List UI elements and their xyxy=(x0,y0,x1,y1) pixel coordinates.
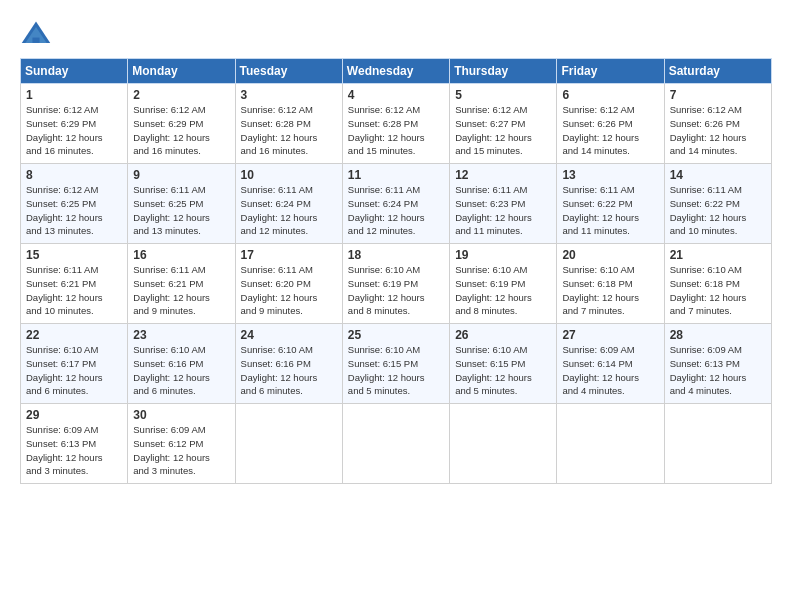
day-number: 13 xyxy=(562,168,658,182)
empty-cell xyxy=(235,404,342,484)
day-info: Sunrise: 6:10 AM Sunset: 6:18 PM Dayligh… xyxy=(670,263,766,318)
day-info: Sunrise: 6:11 AM Sunset: 6:21 PM Dayligh… xyxy=(133,263,229,318)
day-info: Sunrise: 6:12 AM Sunset: 6:26 PM Dayligh… xyxy=(670,103,766,158)
day-info: Sunrise: 6:09 AM Sunset: 6:13 PM Dayligh… xyxy=(670,343,766,398)
header xyxy=(20,18,772,50)
day-cell-22: 22Sunrise: 6:10 AM Sunset: 6:17 PM Dayli… xyxy=(21,324,128,404)
weekday-header-thursday: Thursday xyxy=(450,59,557,84)
day-number: 14 xyxy=(670,168,766,182)
day-number: 27 xyxy=(562,328,658,342)
day-cell-23: 23Sunrise: 6:10 AM Sunset: 6:16 PM Dayli… xyxy=(128,324,235,404)
day-number: 5 xyxy=(455,88,551,102)
day-info: Sunrise: 6:10 AM Sunset: 6:17 PM Dayligh… xyxy=(26,343,122,398)
day-number: 29 xyxy=(26,408,122,422)
day-number: 17 xyxy=(241,248,337,262)
day-info: Sunrise: 6:10 AM Sunset: 6:16 PM Dayligh… xyxy=(133,343,229,398)
logo-icon xyxy=(20,18,52,50)
day-info: Sunrise: 6:11 AM Sunset: 6:25 PM Dayligh… xyxy=(133,183,229,238)
weekday-header-saturday: Saturday xyxy=(664,59,771,84)
day-info: Sunrise: 6:09 AM Sunset: 6:12 PM Dayligh… xyxy=(133,423,229,478)
day-info: Sunrise: 6:10 AM Sunset: 6:15 PM Dayligh… xyxy=(348,343,444,398)
day-cell-14: 14Sunrise: 6:11 AM Sunset: 6:22 PM Dayli… xyxy=(664,164,771,244)
day-cell-20: 20Sunrise: 6:10 AM Sunset: 6:18 PM Dayli… xyxy=(557,244,664,324)
day-info: Sunrise: 6:11 AM Sunset: 6:24 PM Dayligh… xyxy=(241,183,337,238)
day-cell-10: 10Sunrise: 6:11 AM Sunset: 6:24 PM Dayli… xyxy=(235,164,342,244)
day-number: 15 xyxy=(26,248,122,262)
day-cell-16: 16Sunrise: 6:11 AM Sunset: 6:21 PM Dayli… xyxy=(128,244,235,324)
week-row-3: 15Sunrise: 6:11 AM Sunset: 6:21 PM Dayli… xyxy=(21,244,772,324)
day-number: 30 xyxy=(133,408,229,422)
day-number: 28 xyxy=(670,328,766,342)
empty-cell xyxy=(450,404,557,484)
week-row-2: 8Sunrise: 6:12 AM Sunset: 6:25 PM Daylig… xyxy=(21,164,772,244)
weekday-header-monday: Monday xyxy=(128,59,235,84)
day-cell-21: 21Sunrise: 6:10 AM Sunset: 6:18 PM Dayli… xyxy=(664,244,771,324)
day-info: Sunrise: 6:09 AM Sunset: 6:13 PM Dayligh… xyxy=(26,423,122,478)
logo xyxy=(20,18,56,50)
weekday-header-row: SundayMondayTuesdayWednesdayThursdayFrid… xyxy=(21,59,772,84)
day-number: 9 xyxy=(133,168,229,182)
day-cell-11: 11Sunrise: 6:11 AM Sunset: 6:24 PM Dayli… xyxy=(342,164,449,244)
day-cell-30: 30Sunrise: 6:09 AM Sunset: 6:12 PM Dayli… xyxy=(128,404,235,484)
day-info: Sunrise: 6:10 AM Sunset: 6:18 PM Dayligh… xyxy=(562,263,658,318)
day-number: 8 xyxy=(26,168,122,182)
day-number: 2 xyxy=(133,88,229,102)
day-cell-25: 25Sunrise: 6:10 AM Sunset: 6:15 PM Dayli… xyxy=(342,324,449,404)
day-info: Sunrise: 6:12 AM Sunset: 6:28 PM Dayligh… xyxy=(348,103,444,158)
day-cell-2: 2Sunrise: 6:12 AM Sunset: 6:29 PM Daylig… xyxy=(128,84,235,164)
day-info: Sunrise: 6:11 AM Sunset: 6:21 PM Dayligh… xyxy=(26,263,122,318)
day-info: Sunrise: 6:11 AM Sunset: 6:24 PM Dayligh… xyxy=(348,183,444,238)
weekday-header-friday: Friday xyxy=(557,59,664,84)
day-number: 4 xyxy=(348,88,444,102)
day-number: 12 xyxy=(455,168,551,182)
day-number: 3 xyxy=(241,88,337,102)
day-cell-15: 15Sunrise: 6:11 AM Sunset: 6:21 PM Dayli… xyxy=(21,244,128,324)
day-info: Sunrise: 6:12 AM Sunset: 6:27 PM Dayligh… xyxy=(455,103,551,158)
day-cell-4: 4Sunrise: 6:12 AM Sunset: 6:28 PM Daylig… xyxy=(342,84,449,164)
day-info: Sunrise: 6:10 AM Sunset: 6:15 PM Dayligh… xyxy=(455,343,551,398)
weekday-header-sunday: Sunday xyxy=(21,59,128,84)
calendar: SundayMondayTuesdayWednesdayThursdayFrid… xyxy=(20,58,772,484)
day-info: Sunrise: 6:09 AM Sunset: 6:14 PM Dayligh… xyxy=(562,343,658,398)
day-info: Sunrise: 6:10 AM Sunset: 6:19 PM Dayligh… xyxy=(455,263,551,318)
day-info: Sunrise: 6:12 AM Sunset: 6:29 PM Dayligh… xyxy=(133,103,229,158)
day-cell-12: 12Sunrise: 6:11 AM Sunset: 6:23 PM Dayli… xyxy=(450,164,557,244)
day-number: 18 xyxy=(348,248,444,262)
day-number: 19 xyxy=(455,248,551,262)
day-number: 21 xyxy=(670,248,766,262)
weekday-header-wednesday: Wednesday xyxy=(342,59,449,84)
day-info: Sunrise: 6:12 AM Sunset: 6:26 PM Dayligh… xyxy=(562,103,658,158)
day-cell-29: 29Sunrise: 6:09 AM Sunset: 6:13 PM Dayli… xyxy=(21,404,128,484)
day-info: Sunrise: 6:12 AM Sunset: 6:29 PM Dayligh… xyxy=(26,103,122,158)
day-number: 24 xyxy=(241,328,337,342)
day-info: Sunrise: 6:12 AM Sunset: 6:28 PM Dayligh… xyxy=(241,103,337,158)
day-number: 23 xyxy=(133,328,229,342)
page: SundayMondayTuesdayWednesdayThursdayFrid… xyxy=(0,0,792,612)
day-number: 22 xyxy=(26,328,122,342)
day-cell-7: 7Sunrise: 6:12 AM Sunset: 6:26 PM Daylig… xyxy=(664,84,771,164)
day-cell-9: 9Sunrise: 6:11 AM Sunset: 6:25 PM Daylig… xyxy=(128,164,235,244)
day-cell-19: 19Sunrise: 6:10 AM Sunset: 6:19 PM Dayli… xyxy=(450,244,557,324)
empty-cell xyxy=(342,404,449,484)
day-cell-17: 17Sunrise: 6:11 AM Sunset: 6:20 PM Dayli… xyxy=(235,244,342,324)
day-cell-8: 8Sunrise: 6:12 AM Sunset: 6:25 PM Daylig… xyxy=(21,164,128,244)
day-number: 11 xyxy=(348,168,444,182)
day-number: 10 xyxy=(241,168,337,182)
day-cell-26: 26Sunrise: 6:10 AM Sunset: 6:15 PM Dayli… xyxy=(450,324,557,404)
day-info: Sunrise: 6:11 AM Sunset: 6:20 PM Dayligh… xyxy=(241,263,337,318)
week-row-5: 29Sunrise: 6:09 AM Sunset: 6:13 PM Dayli… xyxy=(21,404,772,484)
day-cell-24: 24Sunrise: 6:10 AM Sunset: 6:16 PM Dayli… xyxy=(235,324,342,404)
week-row-4: 22Sunrise: 6:10 AM Sunset: 6:17 PM Dayli… xyxy=(21,324,772,404)
empty-cell xyxy=(557,404,664,484)
day-number: 25 xyxy=(348,328,444,342)
day-cell-1: 1Sunrise: 6:12 AM Sunset: 6:29 PM Daylig… xyxy=(21,84,128,164)
day-number: 7 xyxy=(670,88,766,102)
svg-rect-2 xyxy=(32,38,39,43)
day-info: Sunrise: 6:10 AM Sunset: 6:19 PM Dayligh… xyxy=(348,263,444,318)
day-number: 20 xyxy=(562,248,658,262)
day-cell-27: 27Sunrise: 6:09 AM Sunset: 6:14 PM Dayli… xyxy=(557,324,664,404)
day-cell-5: 5Sunrise: 6:12 AM Sunset: 6:27 PM Daylig… xyxy=(450,84,557,164)
day-number: 6 xyxy=(562,88,658,102)
day-cell-18: 18Sunrise: 6:10 AM Sunset: 6:19 PM Dayli… xyxy=(342,244,449,324)
day-number: 1 xyxy=(26,88,122,102)
